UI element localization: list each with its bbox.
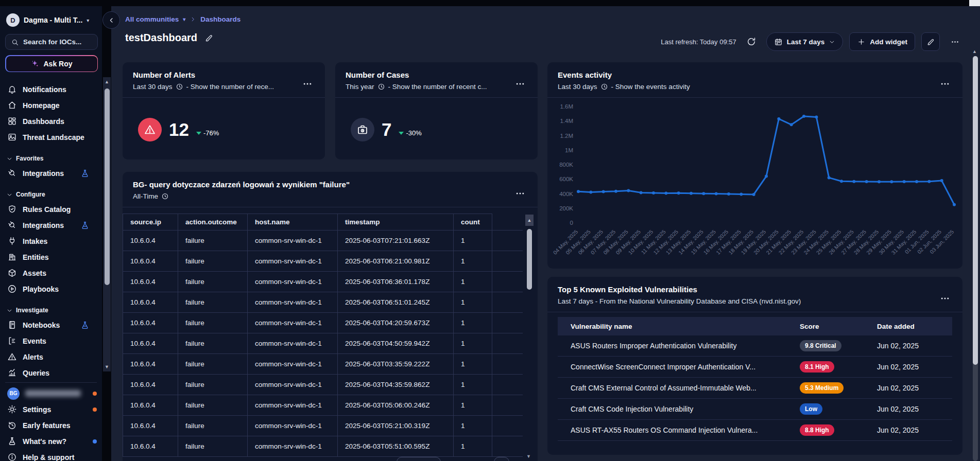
sparkle-icon <box>30 59 39 68</box>
table-cell: 2025-06-03T06:36:01.178Z <box>338 272 454 292</box>
scroll-up-icon[interactable]: ▲ <box>525 215 534 226</box>
sidebar-item-integrations[interactable]: Integrations <box>0 165 102 181</box>
table-cell: 1 <box>454 375 492 395</box>
sidebar-item-what-s-new[interactable]: What's new? <box>0 433 102 449</box>
sidebar-item-help-support[interactable]: Help & support <box>0 449 102 461</box>
data-point <box>740 192 743 196</box>
vulnerability-row[interactable]: ASUS RT-AX55 Routers OS Command Injectio… <box>558 420 952 441</box>
workspace-selector[interactable]: D Dagma - Multi T... ▾ <box>6 13 89 27</box>
image-icon <box>7 132 17 142</box>
sidebar-item-label: Dashboards <box>23 117 64 126</box>
sidebar-item-homepage[interactable]: Homepage <box>0 97 102 113</box>
sidebar-group-investigate[interactable]: Investigate <box>0 304 102 317</box>
ask-roy-button[interactable]: Ask Roy <box>5 55 98 72</box>
breadcrumb-community[interactable]: All communities <box>125 15 179 23</box>
data-point <box>627 189 630 192</box>
sidebar-item-notifications[interactable]: Notifications <box>0 81 102 97</box>
pagination-button[interactable] <box>494 457 509 461</box>
sidebar-group-favorites[interactable]: Favorites <box>0 152 102 165</box>
sidebar-item-entities[interactable]: Entities <box>0 249 102 265</box>
app-root: D Dagma - Multi T... ▾ Search for IOCs..… <box>0 0 980 461</box>
sidebar-item-dashboards[interactable]: Dashboards <box>0 113 102 129</box>
sidebar-item-label: Assets <box>23 269 46 277</box>
sidebar-item-threat-landscape[interactable]: Threat Landscape <box>0 129 102 145</box>
widget-menu-button[interactable] <box>940 79 951 86</box>
data-point <box>815 115 818 118</box>
data-point <box>690 192 693 195</box>
widget-menu-button[interactable] <box>302 79 314 86</box>
data-point <box>752 193 755 196</box>
refresh-button[interactable] <box>743 33 760 50</box>
sidebar-item-integrations[interactable]: Integrations <box>0 217 102 233</box>
data-point <box>852 180 855 183</box>
data-point <box>890 180 893 183</box>
table-cell: 10.6.0.4 <box>123 272 178 292</box>
vulnerability-row[interactable]: ConnectWise ScreenConnect Improper Authe… <box>558 357 952 378</box>
score-badge: Low <box>800 403 822 415</box>
add-widget-button[interactable]: Add widget <box>849 32 915 51</box>
dashboard-menu-button[interactable] <box>946 33 964 50</box>
sidebar-collapse-button[interactable] <box>102 11 120 29</box>
sidebar-item-assets[interactable]: Assets <box>0 265 102 281</box>
sidebar-item-queries[interactable]: Queries <box>0 365 102 381</box>
score-badge: 9.8 Critical <box>800 340 841 351</box>
sidebar-item-early-features[interactable]: Early features <box>0 417 102 433</box>
alerts-count: 12 <box>169 119 189 140</box>
main-scrollbar-thumb[interactable] <box>973 56 978 365</box>
plug45-icon <box>7 168 17 178</box>
vulnerability-name: ConnectWise ScreenConnect Improper Authe… <box>558 363 800 371</box>
widget-menu-button[interactable] <box>515 79 526 86</box>
sidebar-item-playbooks[interactable]: Playbooks <box>0 281 102 297</box>
breadcrumb-caret-icon[interactable]: ▾ <box>183 16 185 22</box>
table-scrollbar-thumb[interactable] <box>527 229 532 290</box>
clock-icon <box>377 83 385 91</box>
column-header: host.name <box>248 214 338 230</box>
sidebar-item-user-profile[interactable]: BG <box>0 385 102 401</box>
vulnerability-row[interactable]: Craft CMS Code Injection VulnerabilityLo… <box>558 399 952 420</box>
scroll-down-icon[interactable]: ▼ <box>104 364 110 369</box>
sidebar-scrollbar[interactable]: ▲ ▼ <box>103 77 111 371</box>
y-axis-tick: 1.4M <box>560 118 573 124</box>
events-line-series <box>578 116 954 205</box>
scroll-down-icon[interactable]: ▼ <box>526 454 531 459</box>
widget-menu-button[interactable] <box>940 293 951 300</box>
table-scrollbar[interactable]: ▲ ▼ <box>525 215 534 459</box>
sidebar-scrollbar-thumb[interactable] <box>105 88 110 285</box>
scroll-up-icon[interactable]: ▲ <box>104 79 110 84</box>
breadcrumb-section[interactable]: Dashboards <box>200 15 240 23</box>
sidebar-item-settings[interactable]: Settings <box>0 401 102 417</box>
play-icon <box>7 284 17 294</box>
sidebar-group-configure[interactable]: Configure <box>0 188 102 201</box>
pagination-button[interactable] <box>397 457 441 461</box>
widget-top-vulnerabilities: Top 5 Known Exploited Vulnerabilities La… <box>547 277 962 455</box>
chevron-down-icon <box>6 155 13 162</box>
widget-menu-button[interactable] <box>515 188 526 196</box>
edit-title-icon[interactable] <box>204 33 214 43</box>
search-input[interactable]: Search for IOCs... <box>5 34 98 50</box>
table-cell: 2025-06-03T03:35:59.222Z <box>338 354 454 375</box>
sidebar-item-label: Integrations <box>23 221 64 229</box>
chevron-right-icon <box>190 16 196 23</box>
edit-dashboard-button[interactable] <box>921 32 940 51</box>
vulnerability-row[interactable]: Craft CMS External Control of Assumed-Im… <box>558 378 952 399</box>
listdoc-icon <box>7 336 17 346</box>
column-header: source.ip <box>123 214 178 230</box>
workspace-caret-icon: ▾ <box>87 17 89 23</box>
table-cell: 1 <box>454 230 492 251</box>
sidebar-item-rules-catalog[interactable]: Rules Catalog <box>0 201 102 217</box>
pencil-icon <box>926 38 935 46</box>
warning-icon <box>7 352 17 362</box>
vulnerability-row[interactable]: ASUS Routers Improper Authentication Vul… <box>558 335 952 357</box>
data-point <box>727 192 730 196</box>
sidebar-item-intakes[interactable]: Intakes <box>0 233 102 249</box>
scroll-up-icon[interactable]: ▲ <box>972 49 977 54</box>
sidebar-item-events[interactable]: Events <box>0 333 102 349</box>
widget-number-of-cases: Number of Cases This year - Show the num… <box>335 62 538 159</box>
column-header: timestamp <box>338 214 454 230</box>
sidebar-item-label: Threat Landscape <box>23 133 84 141</box>
time-range-select[interactable]: Last 7 days <box>766 32 844 51</box>
cases-count: 7 <box>382 119 391 140</box>
main-scrollbar[interactable]: ▲ <box>972 49 979 461</box>
sidebar-item-notebooks[interactable]: Notebooks <box>0 317 102 333</box>
sidebar-item-alerts[interactable]: Alerts <box>0 349 102 365</box>
